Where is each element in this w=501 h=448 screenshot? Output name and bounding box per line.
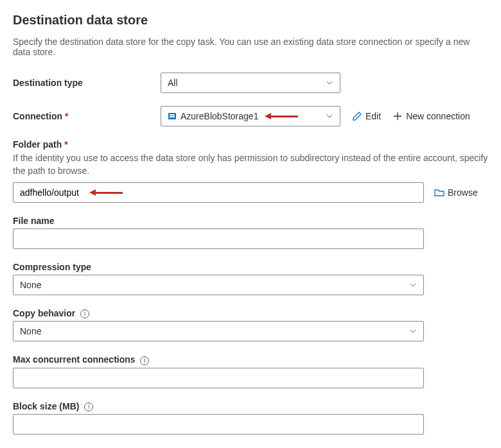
browse-button[interactable]: Browse	[434, 187, 478, 198]
max-concurrent-label: Max concurrent connections i	[13, 354, 488, 365]
max-concurrent-input[interactable]	[13, 368, 424, 388]
chevron-down-icon	[409, 327, 417, 335]
blob-storage-icon	[168, 112, 177, 121]
chevron-down-icon	[326, 112, 333, 120]
pencil-icon	[352, 111, 362, 121]
connection-label: Connection *	[13, 111, 161, 121]
compression-type-label: Compression type	[13, 262, 488, 272]
info-icon[interactable]: i	[140, 356, 149, 365]
file-name-input[interactable]	[13, 228, 424, 249]
required-indicator: *	[65, 111, 68, 121]
folder-icon	[434, 187, 444, 198]
required-indicator: *	[64, 139, 67, 150]
page-description: Specify the destination data store for t…	[13, 37, 488, 57]
chevron-down-icon	[326, 79, 333, 87]
copy-behavior-label: Copy behavior i	[13, 308, 488, 318]
connection-select[interactable]: AzureBlobStorage1	[161, 106, 340, 126]
block-size-label: Block size (MB) i	[13, 401, 488, 411]
annotation-arrow	[91, 189, 123, 196]
compression-type-select[interactable]: None	[13, 275, 424, 295]
folder-path-input[interactable]	[13, 182, 424, 203]
new-connection-button[interactable]: New connection	[392, 111, 470, 121]
connection-value: AzureBlobStorage1	[180, 111, 258, 121]
copy-behavior-select[interactable]: None	[13, 321, 424, 341]
info-icon[interactable]: i	[84, 402, 93, 411]
destination-type-select[interactable]: All	[161, 73, 340, 93]
copy-behavior-value: None	[20, 326, 41, 336]
page-title: Destination data store	[13, 13, 488, 28]
folder-path-label: Folder path *	[13, 139, 488, 150]
chevron-down-icon	[409, 281, 417, 289]
destination-type-value: All	[168, 78, 178, 88]
compression-type-value: None	[20, 280, 41, 290]
annotation-arrow	[266, 113, 298, 119]
destination-type-label: Destination type	[13, 78, 161, 88]
info-icon[interactable]: i	[80, 309, 89, 318]
file-name-label: File name	[13, 216, 488, 226]
edit-connection-button[interactable]: Edit	[352, 111, 381, 121]
block-size-input[interactable]	[13, 414, 424, 435]
folder-path-help: If the identity you use to access the da…	[13, 152, 488, 177]
plus-icon	[392, 111, 403, 121]
svg-rect-1	[170, 114, 175, 116]
svg-rect-2	[170, 116, 175, 117]
